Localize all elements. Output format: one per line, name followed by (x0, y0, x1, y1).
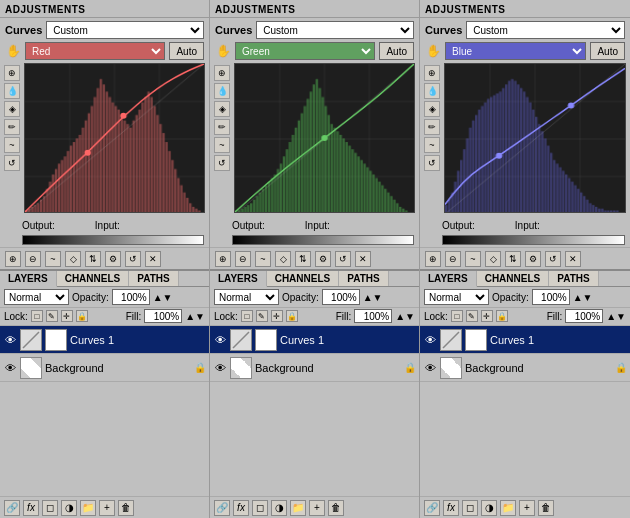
reset-icon[interactable]: ↺ (214, 155, 230, 171)
new-layer-icon[interactable]: + (519, 500, 535, 516)
link-icon[interactable]: 🔗 (4, 500, 20, 516)
add-mask-icon[interactable]: ◻ (252, 500, 268, 516)
eyedropper-light-icon[interactable]: ◈ (214, 101, 230, 117)
opacity-input[interactable] (532, 289, 570, 305)
add-mask-icon[interactable]: ◻ (462, 500, 478, 516)
pencil-icon[interactable]: ✏ (4, 119, 20, 135)
eye-icon[interactable]: 👁 (3, 361, 17, 375)
tab-channels[interactable]: CHANNELS (477, 271, 550, 286)
adjustment-icon[interactable]: ◑ (481, 500, 497, 516)
adjustment-icon[interactable]: ◑ (271, 500, 287, 516)
link-icon[interactable]: 🔗 (424, 500, 440, 516)
fill-input[interactable] (565, 309, 603, 323)
corner-icon[interactable]: ◇ (275, 251, 291, 267)
smooth-icon[interactable]: ~ (214, 137, 230, 153)
tab-channels[interactable]: CHANNELS (267, 271, 340, 286)
curves-canvas-container[interactable] (24, 63, 205, 213)
channel-dropdown[interactable]: Blue (445, 42, 586, 60)
auto-button[interactable]: Auto (590, 42, 625, 60)
fill-stepper[interactable]: ▲▼ (395, 311, 415, 322)
layer-item[interactable]: 👁 Background 🔒 (210, 354, 419, 382)
lock-transparent-icon[interactable]: □ (31, 310, 43, 322)
reset-adj-icon[interactable]: ↺ (545, 251, 561, 267)
pencil-icon[interactable]: ✏ (424, 119, 440, 135)
fx-icon[interactable]: fx (23, 500, 39, 516)
eye-icon[interactable]: 👁 (213, 361, 227, 375)
blend-mode-dropdown[interactable]: Normal (4, 289, 69, 305)
delete-layer-icon[interactable]: 🗑 (538, 500, 554, 516)
add-point-icon[interactable]: ⊕ (5, 251, 21, 267)
delete-layer-icon[interactable]: 🗑 (328, 500, 344, 516)
lock-move-icon[interactable]: ✛ (271, 310, 283, 322)
reset-adj-icon[interactable]: ↺ (125, 251, 141, 267)
channel-dropdown[interactable]: Green (235, 42, 375, 60)
reset-icon[interactable]: ↺ (424, 155, 440, 171)
folder-icon[interactable]: 📁 (290, 500, 306, 516)
smooth-icon[interactable]: ~ (4, 137, 20, 153)
preset-dropdown[interactable]: Custom (466, 21, 625, 39)
eyedropper-light-icon[interactable]: ◈ (4, 101, 20, 117)
eyedropper-icon[interactable]: 💧 (4, 83, 20, 99)
lock-image-icon[interactable]: ✎ (46, 310, 58, 322)
opacity-stepper[interactable]: ▲▼ (363, 292, 383, 303)
auto-button[interactable]: Auto (169, 42, 204, 60)
tab-paths[interactable]: PATHS (549, 271, 598, 286)
eyedropper-icon[interactable]: 💧 (214, 83, 230, 99)
smooth-curve-icon[interactable]: ~ (255, 251, 271, 267)
eyedropper-add-icon[interactable]: ⊕ (424, 65, 440, 81)
lock-all-icon[interactable]: 🔒 (76, 310, 88, 322)
corner-icon[interactable]: ◇ (65, 251, 81, 267)
tab-paths[interactable]: PATHS (339, 271, 388, 286)
tab-layers[interactable]: LAYERS (0, 271, 57, 287)
reset-adj-icon[interactable]: ↺ (335, 251, 351, 267)
remove-point-icon[interactable]: ⊖ (25, 251, 41, 267)
smooth-curve-icon[interactable]: ~ (45, 251, 61, 267)
layer-item[interactable]: 👁 Curves 1 (0, 326, 209, 354)
delete-adj-icon[interactable]: ✕ (145, 251, 161, 267)
add-point-icon[interactable]: ⊕ (215, 251, 231, 267)
settings-icon[interactable]: ⚙ (315, 251, 331, 267)
fx-icon[interactable]: fx (233, 500, 249, 516)
tab-layers[interactable]: LAYERS (210, 271, 267, 287)
eyedropper-add-icon[interactable]: ⊕ (4, 65, 20, 81)
eyedropper-add-icon[interactable]: ⊕ (214, 65, 230, 81)
eyedropper-light-icon[interactable]: ◈ (424, 101, 440, 117)
layer-item[interactable]: 👁 Curves 1 (210, 326, 419, 354)
new-layer-icon[interactable]: + (309, 500, 325, 516)
layer-item[interactable]: 👁 Background 🔒 (420, 354, 630, 382)
eye-icon[interactable]: 👁 (213, 333, 227, 347)
add-mask-icon[interactable]: ◻ (42, 500, 58, 516)
curves-canvas-container[interactable] (444, 63, 626, 213)
preset-dropdown[interactable]: Custom (46, 21, 204, 39)
smooth-icon[interactable]: ~ (424, 137, 440, 153)
opacity-input[interactable] (112, 289, 150, 305)
lock-image-icon[interactable]: ✎ (256, 310, 268, 322)
blend-mode-dropdown[interactable]: Normal (214, 289, 279, 305)
lock-transparent-icon[interactable]: □ (451, 310, 463, 322)
eye-icon[interactable]: 👁 (3, 333, 17, 347)
channel-dropdown[interactable]: Red (25, 42, 165, 60)
fx-icon[interactable]: fx (443, 500, 459, 516)
remove-point-icon[interactable]: ⊖ (445, 251, 461, 267)
eye-icon[interactable]: 👁 (423, 361, 437, 375)
opacity-stepper[interactable]: ▲▼ (153, 292, 173, 303)
fill-stepper[interactable]: ▲▼ (185, 311, 205, 322)
lock-move-icon[interactable]: ✛ (61, 310, 73, 322)
preset-dropdown[interactable]: Custom (256, 21, 414, 39)
settings-icon[interactable]: ⚙ (525, 251, 541, 267)
reset-icon[interactable]: ↺ (4, 155, 20, 171)
lock-move-icon[interactable]: ✛ (481, 310, 493, 322)
corner-icon[interactable]: ◇ (485, 251, 501, 267)
opacity-input[interactable] (322, 289, 360, 305)
flip-icon[interactable]: ⇅ (505, 251, 521, 267)
flip-icon[interactable]: ⇅ (85, 251, 101, 267)
lock-image-icon[interactable]: ✎ (466, 310, 478, 322)
remove-point-icon[interactable]: ⊖ (235, 251, 251, 267)
lock-transparent-icon[interactable]: □ (241, 310, 253, 322)
fill-stepper[interactable]: ▲▼ (606, 311, 626, 322)
delete-layer-icon[interactable]: 🗑 (118, 500, 134, 516)
fill-input[interactable] (354, 309, 392, 323)
layer-item[interactable]: 👁 Curves 1 (420, 326, 630, 354)
flip-icon[interactable]: ⇅ (295, 251, 311, 267)
eyedropper-icon[interactable]: 💧 (424, 83, 440, 99)
